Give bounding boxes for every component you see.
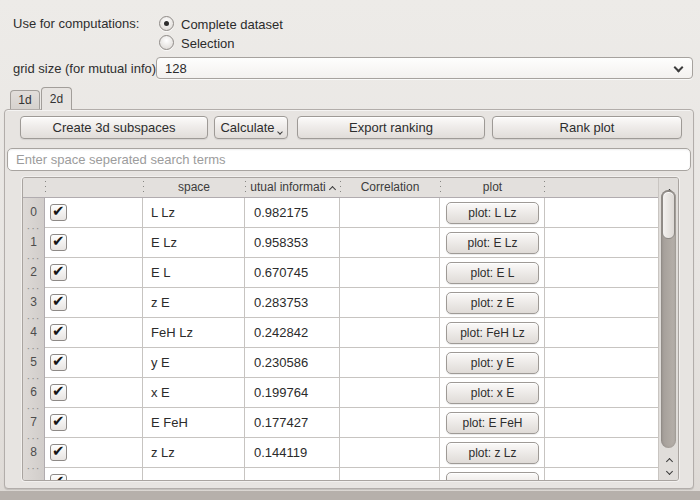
radio-selection[interactable]	[159, 35, 174, 50]
row-header-2[interactable]: 2	[23, 258, 44, 288]
scrollbar-thumb[interactable]	[662, 191, 675, 239]
mutual-info-cell[interactable]	[245, 468, 340, 480]
mutual-info-cell[interactable]: 0.177427	[245, 408, 340, 438]
scroll-down-button[interactable]	[659, 462, 679, 474]
space-cell[interactable]: L Lz	[143, 198, 245, 228]
plot-button[interactable]: plot: E L	[446, 262, 539, 284]
table-row[interactable]: z E 0.283753 plot: z E	[45, 288, 658, 318]
tab-1d[interactable]: 1d	[10, 90, 40, 110]
scroll-up-button-bottom[interactable]	[659, 449, 679, 461]
table-row[interactable]: x E 0.199764 plot: x E	[45, 378, 658, 408]
correlation-cell[interactable]	[340, 408, 440, 438]
checkbox-cell[interactable]	[45, 228, 143, 258]
checkbox-cell[interactable]	[45, 408, 143, 438]
plot-button[interactable]: plot: x E	[446, 382, 539, 404]
plot-button[interactable]: plot: z Lz	[446, 442, 539, 464]
checkbox-checked-icon[interactable]	[50, 204, 67, 221]
correlation-cell[interactable]	[340, 438, 440, 468]
space-cell[interactable]: z Lz	[143, 438, 245, 468]
space-cell[interactable]: x E	[143, 378, 245, 408]
correlation-cell[interactable]	[340, 258, 440, 288]
mutual-info-cell[interactable]: 0.230586	[245, 348, 340, 378]
row-header-5[interactable]: 5	[23, 348, 44, 378]
checkbox-checked-icon[interactable]	[50, 264, 67, 281]
space-cell[interactable]: z E	[143, 288, 245, 318]
checkbox-checked-icon[interactable]	[50, 354, 67, 371]
plot-button[interactable]	[446, 472, 539, 480]
row-header-8[interactable]: 8	[23, 438, 44, 468]
column-header-plot[interactable]: plot	[440, 178, 545, 197]
column-header-correlation[interactable]: Correlation	[340, 178, 440, 197]
row-header-6[interactable]: 6	[23, 378, 44, 408]
mutual-info-cell[interactable]: 0.242842	[245, 318, 340, 348]
plot-button[interactable]: plot: E Lz	[446, 232, 539, 254]
space-cell[interactable]: E FeH	[143, 408, 245, 438]
table-corner-cell[interactable]	[23, 178, 45, 197]
row-header-partial[interactable]	[23, 468, 44, 480]
checkbox-checked-icon[interactable]	[50, 324, 67, 341]
rank-plot-button[interactable]: Rank plot	[492, 116, 682, 139]
row-header-0[interactable]: 0	[23, 198, 44, 228]
plot-button[interactable]: plot: FeH Lz	[446, 322, 539, 344]
row-header-4[interactable]: 4	[23, 318, 44, 348]
mutual-info-cell[interactable]: 0.958353	[245, 228, 340, 258]
correlation-cell[interactable]	[340, 378, 440, 408]
search-input[interactable]	[7, 148, 691, 171]
plot-button[interactable]: plot: L Lz	[446, 202, 539, 224]
checkbox-checked-icon[interactable]	[50, 234, 67, 251]
vertical-scrollbar[interactable]	[658, 178, 678, 480]
checkbox-cell[interactable]	[45, 438, 143, 468]
grid-size-combobox[interactable]: 128	[156, 57, 693, 79]
checkbox-cell[interactable]	[45, 318, 143, 348]
table-row[interactable]: E FeH 0.177427 plot: E FeH	[45, 408, 658, 438]
row-header-1[interactable]: 1	[23, 228, 44, 258]
correlation-cell[interactable]	[340, 228, 440, 258]
mutual-info-cell[interactable]: 0.982175	[245, 198, 340, 228]
checkbox-cell[interactable]	[45, 378, 143, 408]
table-row[interactable]: L Lz 0.982175 plot: L Lz	[45, 198, 658, 228]
plot-button[interactable]: plot: y E	[446, 352, 539, 374]
checkbox-cell[interactable]	[45, 348, 143, 378]
checkbox-checked-icon[interactable]	[50, 294, 67, 311]
space-cell[interactable]: FeH Lz	[143, 318, 245, 348]
correlation-cell[interactable]	[340, 288, 440, 318]
checkbox-cell[interactable]	[45, 288, 143, 318]
checkbox-cell[interactable]	[45, 258, 143, 288]
table-row-partial[interactable]	[45, 468, 658, 480]
checkbox-cell[interactable]	[45, 198, 143, 228]
table-row[interactable]: y E 0.230586 plot: y E	[45, 348, 658, 378]
correlation-cell[interactable]	[340, 198, 440, 228]
radio-complete-dataset-label[interactable]: Complete dataset	[181, 17, 283, 32]
mutual-info-cell[interactable]: 0.199764	[245, 378, 340, 408]
checkbox-checked-icon[interactable]	[50, 474, 67, 480]
space-cell[interactable]	[143, 468, 245, 480]
row-header-7[interactable]: 7	[23, 408, 44, 438]
checkbox-cell[interactable]	[45, 468, 143, 480]
table-row[interactable]: E L 0.670745 plot: E L	[45, 258, 658, 288]
correlation-cell[interactable]	[340, 348, 440, 378]
row-header-3[interactable]: 3	[23, 288, 44, 318]
create-3d-subspaces-button[interactable]: Create 3d subspaces	[20, 116, 208, 139]
checkbox-checked-icon[interactable]	[50, 384, 67, 401]
plot-button[interactable]: plot: E FeH	[446, 412, 539, 434]
export-ranking-button[interactable]: Export ranking	[297, 116, 485, 139]
calculate-button[interactable]: Calculate	[214, 116, 288, 139]
mutual-info-cell[interactable]: 0.144119	[245, 438, 340, 468]
space-cell[interactable]: E L	[143, 258, 245, 288]
tab-2d[interactable]: 2d	[41, 87, 72, 110]
checkbox-checked-icon[interactable]	[50, 414, 67, 431]
correlation-cell[interactable]	[340, 318, 440, 348]
correlation-cell[interactable]	[340, 468, 440, 480]
radio-complete-dataset[interactable]	[159, 16, 174, 31]
column-header-space[interactable]: space	[143, 178, 245, 197]
mutual-info-cell[interactable]: 0.283753	[245, 288, 340, 318]
table-row[interactable]: E Lz 0.958353 plot: E Lz	[45, 228, 658, 258]
table-row[interactable]: FeH Lz 0.242842 plot: FeH Lz	[45, 318, 658, 348]
mutual-info-cell[interactable]: 0.670745	[245, 258, 340, 288]
column-header-mutual-information[interactable]: utual informati	[245, 178, 340, 197]
column-header-checkbox[interactable]	[45, 178, 143, 197]
space-cell[interactable]: E Lz	[143, 228, 245, 258]
radio-selection-label[interactable]: Selection	[181, 36, 234, 51]
space-cell[interactable]: y E	[143, 348, 245, 378]
plot-button[interactable]: plot: z E	[446, 292, 539, 314]
